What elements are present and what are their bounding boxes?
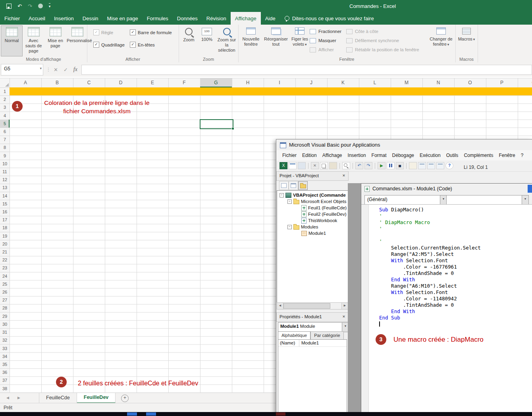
project-item-feuil1-feuillecde[interactable]: Feuil1 (FeuilleCde)	[277, 205, 348, 211]
scrollbar-thumb[interactable]	[283, 303, 330, 309]
sheet-nav-left-icon[interactable]	[6, 396, 9, 400]
macros-button[interactable]: Macros	[457, 26, 476, 42]
column-header-c[interactable]: C	[73, 78, 105, 87]
column-header-e[interactable]: E	[137, 78, 168, 87]
column-header-a[interactable]: A	[10, 78, 41, 87]
vba-menu-execution[interactable]: Exécution	[417, 153, 443, 158]
button-masquer[interactable]: Masquer	[310, 37, 341, 44]
row-header-34[interactable]: 34	[0, 352, 10, 360]
ribbon-tab-aide[interactable]: Aide	[261, 12, 280, 25]
taskbar-icon[interactable]	[127, 412, 137, 416]
excel-icon[interactable]	[279, 162, 287, 169]
ribbon-tab-fichier[interactable]: Fichier	[0, 12, 24, 25]
row-header-28[interactable]: 28	[0, 304, 10, 312]
name-box[interactable]: G5	[1, 64, 43, 75]
column-header-m[interactable]: M	[391, 78, 422, 87]
column-header-l[interactable]: L	[359, 78, 391, 87]
column-header-p[interactable]: P	[486, 78, 518, 87]
row-header-16[interactable]: 16	[0, 208, 10, 216]
row-header-22[interactable]: 22	[0, 256, 10, 264]
vba-menu-edition[interactable]: Edition	[299, 153, 320, 158]
project-item-microsoft-excel-objets[interactable]: Microsoft Excel Objets	[277, 198, 348, 205]
row-header-12[interactable]: 12	[0, 176, 10, 184]
redo-icon[interactable]	[28, 4, 32, 9]
cancel-icon[interactable]	[54, 67, 58, 73]
properties-object-selector[interactable]: Module1 Module	[278, 322, 349, 332]
cut-icon[interactable]	[311, 162, 319, 169]
project-explorer-icon[interactable]	[418, 162, 426, 169]
column-header-j[interactable]: J	[295, 78, 327, 87]
checkbox-quadrillage[interactable]: ✓Quadrillage	[93, 42, 125, 48]
undo-icon[interactable]	[355, 162, 363, 169]
row-header-5[interactable]: 5	[0, 120, 10, 128]
view-object-icon[interactable]	[289, 181, 298, 190]
view-mode-avec-sauts-de-page[interactable]: Avec sauts de page	[23, 25, 44, 56]
column-header-b[interactable]: B	[41, 78, 73, 87]
column-header-n[interactable]: N	[422, 78, 454, 87]
save-icon[interactable]	[6, 4, 12, 9]
row-header-25[interactable]: 25	[0, 280, 10, 288]
checkbox-en-tetes[interactable]: ✓En-têtes	[130, 42, 155, 48]
row-header-27[interactable]: 27	[0, 296, 10, 304]
project-panel-header[interactable]: Projet - VBAProject	[276, 171, 349, 181]
chevron-down-icon[interactable]	[40, 66, 42, 70]
selected-cell[interactable]	[200, 119, 233, 129]
ribbon-tab-affichage[interactable]: Affichage	[231, 12, 261, 25]
project-item-thisworkbook[interactable]: ThisWorkbook	[277, 217, 348, 224]
insert-userform-icon[interactable]	[289, 162, 297, 169]
formula-bar-handle[interactable]	[46, 67, 51, 72]
properties-tab-par-categorie[interactable]: Par catégorie	[310, 331, 343, 339]
project-item-feuil2-feuilledev[interactable]: Feuil2 (FeuilleDev)	[277, 211, 348, 217]
vba-menu-format[interactable]: Format	[369, 153, 389, 158]
row-header-11[interactable]: 11	[0, 168, 10, 176]
properties-panel-header[interactable]: Propriétés - Module1	[276, 312, 349, 322]
view-code-icon[interactable]	[279, 181, 289, 190]
taskbar-icon[interactable]	[276, 412, 285, 416]
button-100[interactable]: 100%	[199, 26, 215, 42]
row-header-23[interactable]: 23	[0, 264, 10, 272]
row-header-36[interactable]: 36	[0, 368, 10, 376]
paste-icon[interactable]	[329, 162, 337, 169]
project-item-module1[interactable]: Module1	[277, 230, 348, 236]
row-header-3[interactable]: 3	[0, 103, 10, 111]
button-reorganiser-tout[interactable]: Réorganiser tout	[263, 26, 289, 47]
row-header-37[interactable]: 37	[0, 376, 10, 384]
column-header-d[interactable]: D	[105, 78, 137, 87]
row-header-33[interactable]: 33	[0, 344, 10, 352]
project-item-vbaproject-commande[interactable]: VBAProject (Commande	[277, 192, 348, 198]
toolbox-icon[interactable]	[436, 162, 444, 169]
row-header-1[interactable]: 1	[0, 87, 10, 95]
select-all-corner[interactable]	[0, 78, 10, 87]
row-header-29[interactable]: 29	[0, 312, 10, 320]
view-mode-mise-en-page[interactable]: Mise en page	[44, 25, 66, 56]
ribbon-tab-insertion[interactable]: Insertion	[50, 12, 78, 25]
reset-icon[interactable]	[396, 162, 404, 169]
vba-menu-item[interactable]: ?	[518, 153, 526, 158]
ribbon-tab-revision[interactable]: Révision	[202, 12, 231, 25]
row-header-26[interactable]: 26	[0, 288, 10, 296]
button-figer-les-volets[interactable]: Figer les volets	[289, 26, 310, 47]
row-header-15[interactable]: 15	[0, 200, 10, 208]
enter-icon[interactable]	[64, 67, 68, 73]
project-tree-hscrollbar[interactable]	[277, 302, 348, 310]
checkbox-barre-de-formule[interactable]: ✓Barre de formule	[130, 29, 172, 35]
close-icon[interactable]	[341, 173, 347, 178]
formula-input[interactable]	[81, 65, 532, 75]
row-header-14[interactable]: 14	[0, 192, 10, 200]
button-nouvelle-fenetre[interactable]: Nouvelle fenêtre	[239, 26, 263, 47]
tell-me-box[interactable]: Dites-nous ce que vous voulez faire	[285, 12, 374, 25]
row-header-9[interactable]: 9	[0, 152, 10, 160]
collapse-icon[interactable]	[287, 225, 292, 229]
collapse-icon[interactable]	[279, 193, 284, 197]
ribbon-tab-accueil[interactable]: Accueil	[24, 12, 50, 25]
button-fractionner[interactable]: Fractionner	[310, 28, 341, 35]
vba-menu-fichier[interactable]: Fichier	[279, 153, 299, 158]
chevron-down-icon[interactable]	[522, 195, 528, 205]
row-header-10[interactable]: 10	[0, 160, 10, 168]
row-header-6[interactable]: 6	[0, 128, 10, 135]
ribbon-tab-mise-en-page[interactable]: Mise en page	[103, 12, 143, 25]
vba-menu-affichage[interactable]: Affichage	[320, 153, 345, 158]
row-header-18[interactable]: 18	[0, 224, 10, 232]
column-header-f[interactable]: F	[168, 78, 200, 87]
row-header-20[interactable]: 20	[0, 240, 10, 248]
